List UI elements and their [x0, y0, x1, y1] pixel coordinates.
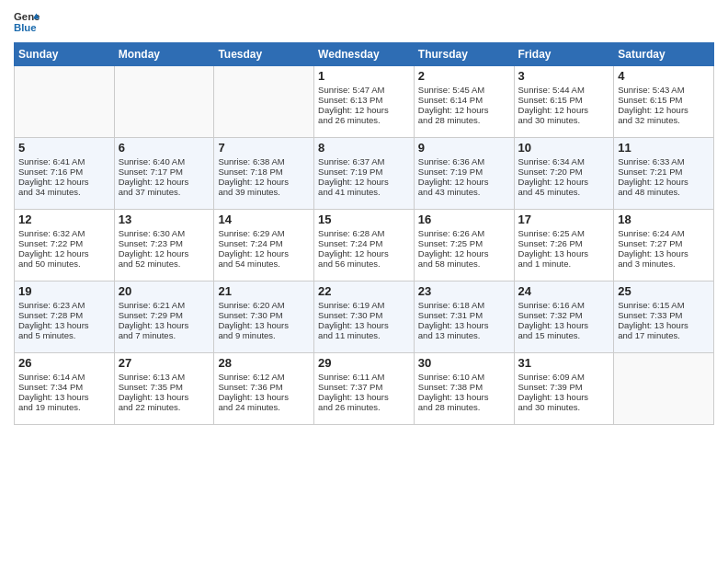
day-info: and 50 minutes. [18, 259, 110, 269]
day-info: Sunset: 6:15 PM [618, 95, 710, 105]
day-info: Sunset: 7:36 PM [218, 382, 310, 392]
day-info: Sunset: 7:34 PM [18, 382, 110, 392]
svg-text:Blue: Blue [14, 22, 37, 33]
day-info: Daylight: 12 hours [618, 105, 710, 115]
day-info: and 45 minutes. [518, 187, 610, 197]
day-info: Daylight: 13 hours [418, 320, 510, 330]
day-number: 25 [618, 284, 710, 298]
day-info: Sunrise: 6:41 AM [18, 156, 110, 167]
calendar-cell: 16Sunrise: 6:26 AMSunset: 7:25 PMDayligh… [414, 210, 514, 282]
day-info: Sunset: 6:15 PM [518, 95, 610, 105]
day-info: and 28 minutes. [418, 115, 510, 125]
day-number: 20 [119, 284, 210, 298]
day-info: and 52 minutes. [119, 259, 210, 269]
day-info: Daylight: 12 hours [318, 105, 410, 115]
day-info: Sunrise: 6:09 AM [518, 372, 610, 382]
day-info: Sunrise: 6:25 AM [518, 228, 610, 238]
day-info: Sunrise: 6:16 AM [518, 300, 610, 310]
day-info: Daylight: 12 hours [18, 248, 110, 259]
day-number: 15 [318, 213, 410, 226]
day-number: 19 [18, 284, 110, 298]
day-number: 30 [418, 356, 510, 370]
calendar-cell: 30Sunrise: 6:10 AMSunset: 7:38 PMDayligh… [414, 353, 514, 425]
calendar-cell: 23Sunrise: 6:18 AMSunset: 7:31 PMDayligh… [414, 282, 514, 353]
day-number: 2 [418, 69, 510, 83]
day-info: Sunset: 7:19 PM [318, 167, 410, 177]
header: General Blue [14, 9, 714, 35]
day-info: and 17 minutes. [618, 330, 710, 340]
day-number: 11 [618, 141, 710, 155]
day-info: Daylight: 12 hours [218, 177, 310, 187]
day-number: 4 [618, 69, 710, 83]
day-number: 24 [518, 284, 610, 298]
day-info: Daylight: 12 hours [518, 177, 610, 187]
calendar-week-row: 26Sunrise: 6:14 AMSunset: 7:34 PMDayligh… [15, 353, 714, 425]
day-info: and 54 minutes. [218, 259, 310, 269]
calendar-cell: 24Sunrise: 6:16 AMSunset: 7:32 PMDayligh… [514, 282, 614, 353]
day-info: Sunset: 7:32 PM [518, 310, 610, 320]
calendar-cell: 15Sunrise: 6:28 AMSunset: 7:24 PMDayligh… [314, 210, 415, 282]
day-info: Daylight: 12 hours [418, 177, 510, 187]
day-info: Daylight: 13 hours [618, 320, 710, 330]
day-info: and 39 minutes. [218, 187, 310, 197]
calendar-cell: 27Sunrise: 6:13 AMSunset: 7:35 PMDayligh… [114, 353, 214, 425]
day-info: Sunrise: 6:26 AM [418, 228, 510, 238]
day-info: Sunset: 7:22 PM [18, 238, 110, 248]
day-info: Daylight: 13 hours [119, 320, 210, 330]
day-info: Sunset: 7:30 PM [318, 310, 410, 320]
calendar-cell: 5Sunrise: 6:41 AMSunset: 7:16 PMDaylight… [15, 138, 115, 210]
day-info: and 34 minutes. [18, 187, 110, 197]
day-info: Sunset: 7:37 PM [318, 382, 410, 392]
day-info: Sunset: 7:31 PM [418, 310, 510, 320]
day-info: Sunset: 6:13 PM [318, 95, 410, 105]
calendar-week-row: 12Sunrise: 6:32 AMSunset: 7:22 PMDayligh… [15, 210, 714, 282]
calendar-cell: 14Sunrise: 6:29 AMSunset: 7:24 PMDayligh… [214, 210, 314, 282]
calendar-cell: 29Sunrise: 6:11 AMSunset: 7:37 PMDayligh… [314, 353, 415, 425]
day-number: 1 [318, 69, 410, 83]
day-info: Sunset: 7:20 PM [518, 167, 610, 177]
day-info: and 26 minutes. [318, 115, 410, 125]
calendar-week-row: 19Sunrise: 6:23 AMSunset: 7:28 PMDayligh… [15, 282, 714, 353]
calendar-cell: 17Sunrise: 6:25 AMSunset: 7:26 PMDayligh… [514, 210, 614, 282]
day-info: Sunrise: 6:34 AM [518, 156, 610, 167]
day-header-monday: Monday [114, 43, 214, 66]
calendar-cell: 21Sunrise: 6:20 AMSunset: 7:30 PMDayligh… [214, 282, 314, 353]
day-header-friday: Friday [514, 43, 614, 66]
day-info: and 7 minutes. [119, 330, 210, 340]
calendar-cell: 13Sunrise: 6:30 AMSunset: 7:23 PMDayligh… [114, 210, 214, 282]
day-info: Sunrise: 6:37 AM [318, 156, 410, 167]
day-info: Daylight: 13 hours [618, 248, 710, 259]
day-info: Daylight: 12 hours [618, 177, 710, 187]
day-info: and 24 minutes. [218, 402, 310, 412]
day-info: Daylight: 13 hours [518, 392, 610, 402]
day-info: Sunset: 7:21 PM [618, 167, 710, 177]
day-info: Sunrise: 6:29 AM [218, 228, 310, 238]
day-info: Sunrise: 5:45 AM [418, 85, 510, 95]
day-number: 9 [418, 141, 510, 155]
day-info: Daylight: 13 hours [18, 320, 110, 330]
day-info: Sunrise: 6:32 AM [18, 228, 110, 238]
calendar-cell: 4Sunrise: 5:43 AMSunset: 6:15 PMDaylight… [614, 66, 714, 138]
calendar-cell: 26Sunrise: 6:14 AMSunset: 7:34 PMDayligh… [15, 353, 115, 425]
day-info: Sunset: 7:28 PM [18, 310, 110, 320]
day-info: and 30 minutes. [518, 402, 610, 412]
day-info: Sunrise: 6:18 AM [418, 300, 510, 310]
calendar-cell: 19Sunrise: 6:23 AMSunset: 7:28 PMDayligh… [15, 282, 115, 353]
calendar-cell: 7Sunrise: 6:38 AMSunset: 7:18 PMDaylight… [214, 138, 314, 210]
day-number: 17 [518, 213, 610, 226]
day-info: Daylight: 13 hours [18, 392, 110, 402]
day-number: 28 [218, 356, 310, 370]
calendar-cell: 3Sunrise: 5:44 AMSunset: 6:15 PMDaylight… [514, 66, 614, 138]
day-header-sunday: Sunday [15, 43, 115, 66]
calendar-week-row: 5Sunrise: 6:41 AMSunset: 7:16 PMDaylight… [15, 138, 714, 210]
day-info: Daylight: 12 hours [119, 177, 210, 187]
day-info: Sunrise: 6:10 AM [418, 372, 510, 382]
day-info: and 30 minutes. [518, 115, 610, 125]
day-number: 13 [119, 213, 210, 226]
day-info: Daylight: 13 hours [119, 392, 210, 402]
day-number: 22 [318, 284, 410, 298]
day-info: and 9 minutes. [218, 330, 310, 340]
day-info: Sunset: 7:27 PM [618, 238, 710, 248]
day-info: Daylight: 13 hours [318, 320, 410, 330]
day-info: Sunrise: 5:43 AM [618, 85, 710, 95]
